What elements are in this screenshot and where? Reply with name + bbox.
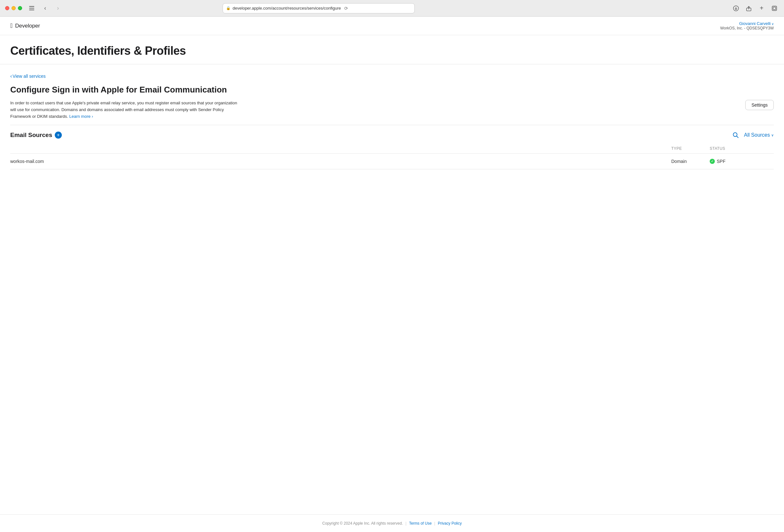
close-button[interactable]	[5, 6, 9, 10]
svg-rect-0	[29, 6, 34, 7]
developer-label: Developer	[15, 23, 40, 29]
user-info: Giovanni Carvelli WorkOS, Inc. - QDSESQP…	[720, 21, 774, 30]
back-button[interactable]: ‹	[41, 4, 50, 13]
lock-icon: 🔒	[226, 6, 231, 10]
dropdown-arrow-icon: ∨	[771, 133, 774, 137]
content-section: View all services Configure Sign in with…	[0, 64, 784, 178]
svg-rect-8	[773, 7, 776, 9]
site-footer: Copyright © 2024 Apple Inc. All rights r…	[0, 514, 784, 532]
sources-controls: All Sources ∨	[732, 132, 774, 138]
email-sources-title: Email Sources +	[10, 131, 62, 139]
type-cell: Domain	[671, 154, 710, 169]
svg-rect-1	[29, 8, 34, 9]
email-sources-header: Email Sources + All Sources ∨	[10, 131, 774, 139]
forward-button[interactable]: ›	[54, 4, 62, 13]
settings-button[interactable]: Settings	[745, 100, 774, 110]
configure-description: In order to contact users that use Apple…	[10, 100, 241, 120]
tabs-button[interactable]	[770, 4, 779, 13]
user-name[interactable]: Giovanni Carvelli	[720, 21, 774, 26]
svg-rect-2	[29, 9, 34, 10]
configure-title: Configure Sign in with Apple for Email C…	[10, 85, 774, 95]
col-status-header: STATUS	[710, 144, 774, 154]
learn-more-link[interactable]: Learn more ›	[69, 114, 93, 119]
sidebar-toggle-button[interactable]	[27, 4, 37, 13]
table-body: workos-mail.com Domain SPF	[10, 154, 774, 169]
status-check-icon	[710, 159, 715, 164]
address-bar: 🔒 developer.apple.com/account/resources/…	[223, 3, 415, 13]
apple-icon: 	[10, 22, 12, 29]
main-content: Certificates, Identifiers & Profiles Vie…	[0, 35, 784, 514]
footer-divider: |	[405, 521, 407, 526]
new-tab-button[interactable]: +	[757, 4, 766, 13]
add-email-source-button[interactable]: +	[55, 131, 62, 139]
user-org: WorkOS, Inc. - QDSESQPY3W	[720, 26, 774, 30]
download-button[interactable]	[731, 4, 740, 13]
browser-actions: +	[731, 4, 779, 13]
view-all-services-link[interactable]: View all services	[10, 73, 46, 79]
table-row: workos-mail.com Domain SPF	[10, 154, 774, 169]
col-domain-header	[10, 144, 671, 154]
copyright-text: Copyright © 2024 Apple Inc. All rights r…	[322, 521, 403, 526]
url-text: developer.apple.com/account/resources/se…	[232, 6, 341, 10]
footer-divider-2: |	[434, 521, 435, 526]
all-sources-label: All Sources	[744, 132, 770, 138]
site-header:  Developer Giovanni Carvelli WorkOS, In…	[0, 17, 784, 35]
table-header: TYPE STATUS	[10, 144, 774, 154]
page-title-section: Certificates, Identifiers & Profiles	[0, 35, 784, 64]
status-spf: SPF	[710, 159, 774, 164]
page-title: Certificates, Identifiers & Profiles	[10, 44, 774, 58]
apple-logo:  Developer	[10, 22, 40, 29]
maximize-button[interactable]	[18, 6, 22, 10]
share-button[interactable]	[744, 4, 753, 13]
browser-chrome: ‹ › 🔒 developer.apple.com/account/resour…	[0, 0, 784, 17]
email-sources-table: TYPE STATUS workos-mail.com Domain SPF	[10, 144, 774, 169]
description-settings-row: In order to contact users that use Apple…	[10, 100, 774, 120]
terms-of-use-link[interactable]: Terms of Use	[409, 521, 432, 526]
svg-line-10	[736, 136, 738, 138]
section-divider	[10, 125, 774, 125]
svg-rect-7	[772, 6, 777, 10]
status-cell: SPF	[710, 154, 774, 169]
traffic-lights	[5, 6, 22, 10]
minimize-button[interactable]	[11, 6, 16, 10]
status-label: SPF	[717, 159, 725, 164]
search-button[interactable]	[732, 132, 739, 138]
all-sources-dropdown[interactable]: All Sources ∨	[744, 132, 774, 138]
reload-button[interactable]: ⟳	[344, 6, 348, 11]
domain-cell: workos-mail.com	[10, 154, 671, 169]
email-sources-label: Email Sources	[10, 131, 52, 139]
privacy-policy-link[interactable]: Privacy Policy	[438, 521, 462, 526]
col-type-header: TYPE	[671, 144, 710, 154]
